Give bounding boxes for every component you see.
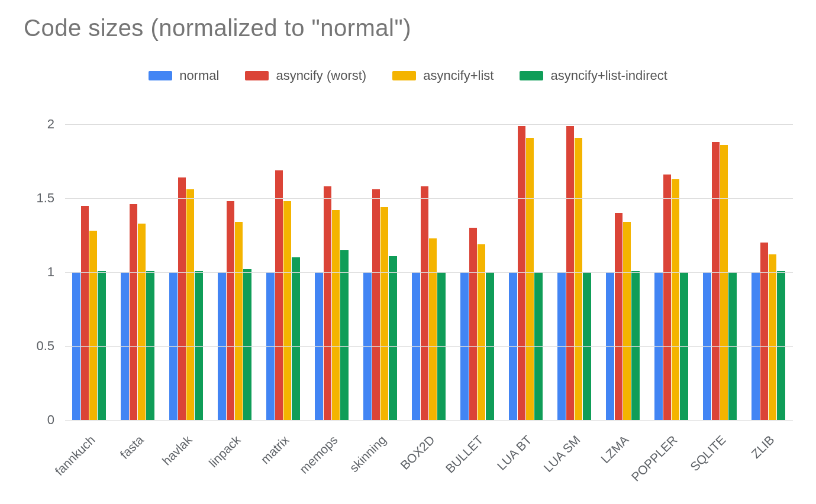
bar xyxy=(777,271,785,421)
y-tick-label: 1 xyxy=(47,264,65,280)
bar xyxy=(243,269,251,420)
category-group xyxy=(308,109,356,420)
x-tick-label: BULLET xyxy=(443,433,486,476)
y-tick-label: 1.5 xyxy=(36,190,65,206)
x-tick-label: LUA SM xyxy=(541,433,583,475)
legend-label: normal xyxy=(179,68,219,83)
bar xyxy=(227,201,234,420)
legend-label: asyncify+list-indirect xyxy=(550,68,667,83)
x-tick-label: POPPLER xyxy=(628,433,680,484)
gridline xyxy=(65,272,793,273)
category-group xyxy=(162,109,211,420)
bar xyxy=(283,201,291,420)
legend-swatch xyxy=(392,71,416,80)
bars-layer xyxy=(65,109,793,420)
legend-item: asyncify (worst) xyxy=(245,68,366,83)
bar xyxy=(623,222,631,420)
bar xyxy=(421,186,428,420)
bar xyxy=(292,257,299,420)
legend-swatch xyxy=(149,71,172,80)
legend-item: asyncify+list xyxy=(392,68,494,83)
category-group xyxy=(65,109,114,420)
category-group xyxy=(599,109,647,420)
x-tick-label: BOX2D xyxy=(398,433,437,473)
x-tick-label: SQLITE xyxy=(688,433,729,474)
category-group xyxy=(259,109,308,420)
chart-container: Code sizes (normalized to "normal") norm… xyxy=(0,0,816,504)
category-group xyxy=(405,109,453,420)
legend-swatch xyxy=(245,71,269,80)
bar xyxy=(720,145,728,420)
bar xyxy=(138,224,146,421)
x-tick-label: LUA BT xyxy=(494,433,534,473)
legend-item: normal xyxy=(149,68,219,83)
bar xyxy=(478,244,485,421)
bar xyxy=(332,210,340,420)
gridline xyxy=(65,198,793,199)
bar xyxy=(340,250,348,421)
category-group xyxy=(114,109,162,420)
category-group xyxy=(356,109,405,420)
bar xyxy=(566,126,574,421)
bar xyxy=(146,271,154,421)
chart-title: Code sizes (normalized to "normal") xyxy=(24,15,411,41)
bar xyxy=(98,271,105,421)
gridline xyxy=(65,124,793,125)
category-group xyxy=(550,109,599,420)
bar xyxy=(372,189,380,420)
bar xyxy=(575,138,582,421)
bar xyxy=(389,256,396,421)
legend-swatch xyxy=(520,71,543,80)
y-tick-label: 2 xyxy=(47,117,65,132)
x-tick-label: linpack xyxy=(206,433,243,470)
bar xyxy=(631,271,639,421)
bar xyxy=(429,238,437,421)
bar xyxy=(712,142,720,420)
bar xyxy=(526,138,534,421)
bar xyxy=(89,231,97,420)
y-tick-label: 0 xyxy=(47,412,65,428)
bar xyxy=(324,186,331,420)
bar xyxy=(769,254,776,420)
bar xyxy=(235,222,243,420)
category-group xyxy=(453,109,502,420)
gridline xyxy=(65,420,793,421)
bar xyxy=(195,271,202,421)
bar xyxy=(760,243,768,420)
bar xyxy=(380,207,388,420)
bar xyxy=(81,206,89,421)
bar xyxy=(672,179,679,421)
legend: normalasyncify (worst)asyncify+listasync… xyxy=(0,68,816,84)
bar xyxy=(275,170,283,421)
category-group xyxy=(696,109,744,420)
bar xyxy=(518,126,525,421)
category-group xyxy=(744,109,793,420)
bar xyxy=(178,177,186,420)
bar xyxy=(469,228,477,420)
category-group xyxy=(211,109,259,420)
legend-label: asyncify+list xyxy=(423,68,494,83)
category-group xyxy=(502,109,550,420)
plot-area: 00.511.52 xyxy=(65,109,793,420)
x-tick-label: LZMA xyxy=(598,433,632,467)
x-tick-label: skinning xyxy=(347,433,389,475)
x-tick-label: ZLIB xyxy=(749,433,777,461)
x-tick-label: fannkuch xyxy=(52,433,98,479)
legend-item: asyncify+list-indirect xyxy=(520,68,667,83)
bar xyxy=(130,204,137,420)
bar xyxy=(663,175,671,420)
bar xyxy=(186,189,194,420)
gridline xyxy=(65,346,793,347)
x-tick-label: matrix xyxy=(258,433,292,467)
y-tick-label: 0.5 xyxy=(36,338,65,354)
category-group xyxy=(647,109,696,420)
x-tick-label: fasta xyxy=(117,433,146,462)
bar xyxy=(615,213,623,420)
x-tick-label: memops xyxy=(297,433,341,477)
x-tick-label: havlak xyxy=(160,433,195,469)
legend-label: asyncify (worst) xyxy=(276,68,366,83)
